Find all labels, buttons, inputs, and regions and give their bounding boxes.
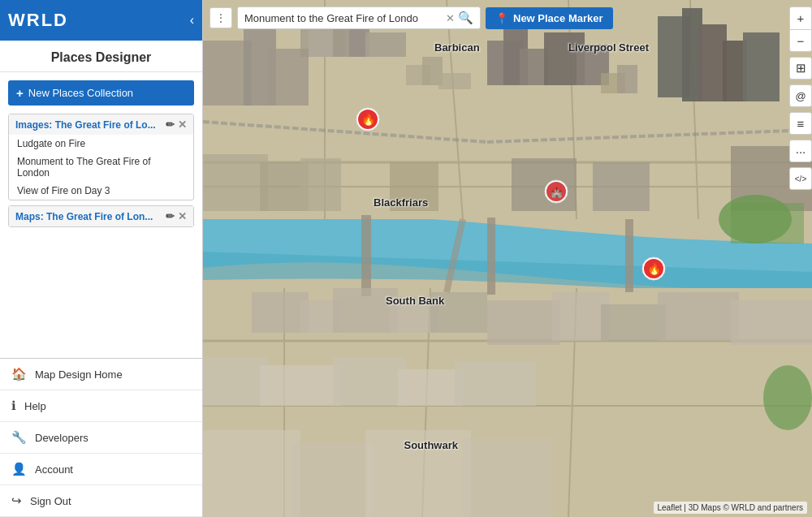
nav-item-developers[interactable]: 🔧 Developers: [0, 422, 202, 454]
close-collection-1-icon[interactable]: ✕: [178, 118, 187, 131]
svg-rect-58: [260, 365, 341, 406]
svg-rect-47: [252, 292, 309, 333]
svg-rect-21: [365, 32, 406, 57]
svg-rect-14: [361, 215, 371, 296]
sidebar-title: Places Designer: [0, 41, 202, 72]
layers-button[interactable]: ⊞: [789, 57, 812, 80]
collection-title-1: Images: The Great Fire of Lo...: [15, 119, 156, 131]
new-places-btn-label: New Places Collection: [28, 87, 133, 99]
edit-collection-2-icon[interactable]: ✏: [166, 210, 175, 222]
collapse-button[interactable]: ‹: [190, 13, 194, 28]
nav-label-account: Account: [35, 463, 73, 476]
places-content: + New Places Collection Images: The Grea…: [0, 72, 202, 358]
place-marker-2[interactable]: 🏰: [543, 179, 569, 205]
svg-rect-40: [203, 154, 268, 211]
collection-header-left-1: Images: The Great Fire of Lo...: [15, 119, 166, 131]
svg-rect-16: [625, 219, 633, 292]
search-clear-icon[interactable]: ✕: [446, 12, 455, 24]
sign-out-icon: ↪: [11, 493, 22, 508]
logo: WRLD: [8, 10, 68, 31]
edit-collection-1-icon[interactable]: ✏: [166, 118, 175, 131]
map-right-controls: + − ⊞ @ ≡ ··· </>: [789, 6, 812, 190]
svg-rect-65: [463, 438, 552, 517]
account-icon: 👤: [11, 462, 27, 476]
new-place-marker-label: New Place Marker: [513, 12, 603, 24]
new-places-collection-button[interactable]: + New Places Collection: [8, 80, 194, 106]
svg-rect-63: [292, 442, 374, 517]
svg-rect-43: [390, 162, 438, 211]
collection-header-2: Maps: The Great Fire of Lon... ✏ ✕: [9, 206, 193, 226]
nav-item-account[interactable]: 👤 Account: [0, 454, 202, 485]
sidebar: WRLD ‹ Places Designer + New Places Coll…: [0, 0, 203, 517]
place-marker-1[interactable]: 🔥: [355, 106, 381, 132]
new-place-marker-button[interactable]: 📍 New Place Marker: [486, 7, 613, 29]
svg-rect-24: [520, 49, 548, 85]
svg-rect-52: [487, 300, 560, 345]
svg-rect-62: [203, 430, 300, 517]
collection-item-2: Maps: The Great Fire of Lon... ✏ ✕: [8, 205, 194, 227]
svg-rect-15: [487, 218, 495, 295]
collection-title-2: Maps: The Great Fire of Lon...: [15, 211, 153, 222]
bottom-nav: 🏠 Map Design Home ℹ Help 🔧 Developers 👤 …: [0, 358, 202, 517]
collection-item-1: Images: The Great Fire of Lo... ✏ ✕ Ludg…: [8, 114, 194, 200]
svg-rect-39: [617, 65, 637, 93]
svg-text:🔥: 🔥: [361, 113, 375, 127]
logo-bar: WRLD ‹: [0, 0, 202, 41]
location-pin-icon: 📍: [495, 12, 508, 24]
collection-actions-2: ✏ ✕: [166, 210, 187, 222]
code-button[interactable]: </>: [789, 167, 812, 190]
search-input[interactable]: [244, 12, 446, 24]
svg-rect-59: [333, 357, 406, 406]
attribution: Leaflet | 3D Maps © WRLD and partners: [654, 502, 808, 514]
svg-rect-57: [203, 357, 268, 406]
search-bar: ✕ 🔍: [237, 6, 481, 29]
svg-rect-34: [268, 49, 309, 106]
svg-text:🔥: 🔥: [647, 262, 662, 276]
zoom-out-button[interactable]: −: [789, 29, 812, 52]
svg-rect-54: [601, 304, 666, 341]
svg-rect-37: [438, 73, 471, 89]
list-button[interactable]: ≡: [789, 112, 812, 135]
svg-rect-55: [658, 292, 739, 341]
svg-rect-45: [593, 162, 650, 211]
map-container[interactable]: Barbican Liverpool Street Blackfriars So…: [203, 0, 812, 517]
at-button[interactable]: @: [789, 84, 812, 107]
svg-rect-64: [365, 430, 471, 517]
svg-rect-29: [698, 24, 727, 101]
zoom-in-button[interactable]: +: [789, 6, 812, 29]
svg-rect-60: [398, 369, 463, 406]
map-svg: [203, 0, 812, 517]
close-collection-2-icon[interactable]: ✕: [178, 210, 187, 222]
more-options-button[interactable]: ⋮: [209, 7, 232, 28]
collection-header-1: Images: The Great Fire of Lo... ✏ ✕: [9, 114, 193, 135]
home-icon: 🏠: [11, 367, 27, 381]
svg-rect-31: [743, 32, 780, 101]
nav-label-map-design-home: Map Design Home: [35, 368, 123, 381]
search-button[interactable]: 🔍: [458, 11, 473, 25]
help-icon: ℹ: [11, 399, 16, 413]
place-marker-3[interactable]: 🔥: [641, 256, 667, 282]
place-item-monument[interactable]: Monument to The Great Fire of London: [9, 153, 193, 182]
svg-rect-61: [455, 361, 536, 406]
svg-rect-51: [430, 292, 487, 333]
svg-point-68: [763, 365, 812, 430]
svg-rect-42: [300, 158, 341, 211]
map-background: Barbican Liverpool Street Blackfriars So…: [203, 0, 812, 517]
nav-item-help[interactable]: ℹ Help: [0, 390, 202, 422]
svg-rect-49: [333, 288, 398, 333]
nav-label-developers: Developers: [35, 432, 89, 444]
svg-rect-67: [731, 203, 804, 243]
place-item-ludgate[interactable]: Ludgate on Fire: [9, 135, 193, 153]
collection-actions-1: ✏ ✕: [166, 118, 187, 131]
nav-item-map-design-home[interactable]: 🏠 Map Design Home: [0, 359, 202, 390]
map-toolbar: ⋮ ✕ 🔍 📍 New Place Marker: [209, 6, 806, 29]
plus-icon: +: [16, 86, 24, 100]
svg-text:🏰: 🏰: [551, 186, 563, 198]
nav-item-sign-out[interactable]: ↪ Sign Out: [0, 485, 202, 517]
place-item-view[interactable]: View of Fire on Day 3: [9, 182, 193, 200]
developers-icon: 🔧: [11, 430, 27, 445]
svg-rect-53: [552, 292, 609, 341]
more-dots-button[interactable]: ···: [789, 140, 812, 162]
zoom-controls: + −: [789, 6, 812, 52]
nav-label-help: Help: [24, 400, 46, 412]
